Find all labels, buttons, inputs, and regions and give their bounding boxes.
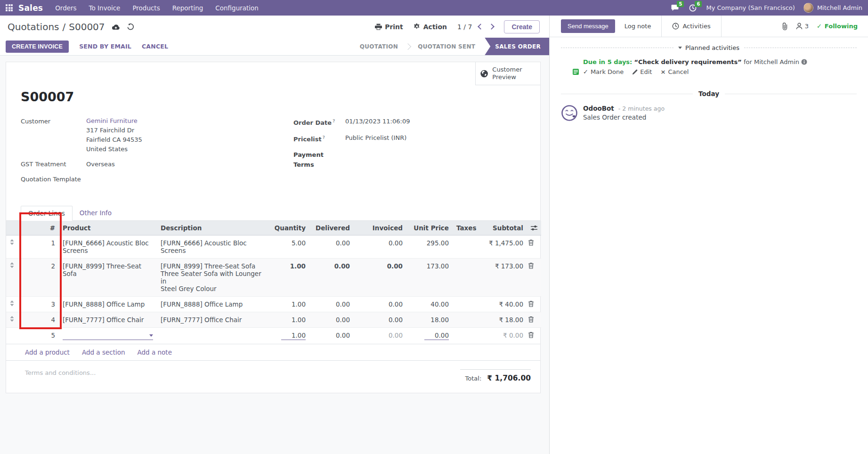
- app-name[interactable]: Sales: [18, 3, 43, 13]
- stage-sales-order[interactable]: SALES ORDER: [485, 38, 549, 55]
- send-by-email-button[interactable]: SEND BY EMAIL: [79, 43, 131, 50]
- new-line-description[interactable]: [157, 328, 266, 344]
- delete-line-icon[interactable]: [527, 235, 541, 259]
- attachments-button[interactable]: [781, 23, 788, 30]
- print-button[interactable]: Print: [375, 23, 403, 31]
- pager-previous-icon[interactable]: [478, 24, 484, 30]
- line-delivered[interactable]: 0.00: [309, 259, 354, 297]
- log-note-button[interactable]: Log note: [625, 23, 651, 30]
- stage-quotation-sent[interactable]: QUOTATION SENT: [411, 43, 482, 50]
- collapse-caret-icon: [678, 47, 682, 49]
- line-unit-price[interactable]: 173.00: [406, 259, 453, 297]
- delete-line-icon[interactable]: [527, 297, 541, 312]
- divider-line: [561, 48, 673, 48]
- menu-to-invoice[interactable]: To Invoice: [89, 4, 121, 12]
- delete-line-icon[interactable]: [527, 312, 541, 328]
- delete-line-icon[interactable]: [527, 259, 541, 297]
- tab-other-info[interactable]: Other Info: [73, 206, 119, 221]
- planned-activities-toggle[interactable]: Planned activities: [561, 44, 857, 51]
- new-line-taxes[interactable]: [453, 328, 474, 344]
- line-delivered[interactable]: 0.00: [309, 312, 354, 328]
- line-product[interactable]: [FURN_8888] Office Lamp: [59, 297, 157, 312]
- line-quantity[interactable]: 1.00: [266, 297, 309, 312]
- line-quantity[interactable]: 1.00: [266, 259, 309, 297]
- create-invoice-button[interactable]: CREATE INVOICE: [6, 41, 69, 53]
- line-taxes[interactable]: [453, 297, 474, 312]
- paperclip-icon: [781, 23, 788, 30]
- breadcrumb-quotations[interactable]: Quotations: [8, 21, 59, 32]
- line-description[interactable]: [FURN_7777] Office Chair: [157, 312, 266, 328]
- line-description[interactable]: [FURN_8999] Three-Seat Sofa Three Seater…: [157, 259, 266, 297]
- discard-undo-icon[interactable]: [127, 23, 134, 31]
- new-line-quantity-input[interactable]: 1.00: [266, 328, 309, 344]
- product-dropdown-icon[interactable]: [149, 334, 153, 337]
- drag-handle-icon[interactable]: [6, 259, 25, 297]
- handle-placeholder: [6, 328, 25, 344]
- customer-preview-button[interactable]: Customer Preview: [475, 62, 540, 85]
- schedule-activity-button[interactable]: Activities: [661, 16, 721, 37]
- line-quantity[interactable]: 5.00: [266, 235, 309, 259]
- menu-configuration[interactable]: Configuration: [215, 4, 259, 12]
- menu-products[interactable]: Products: [132, 4, 160, 12]
- line-unit-price[interactable]: 40.00: [406, 297, 453, 312]
- order-line-row: 4 [FURN_7777] Office Chair [FURN_7777] O…: [6, 312, 541, 328]
- send-message-button[interactable]: Send message: [561, 19, 615, 33]
- tab-order-lines[interactable]: Order Lines: [21, 206, 73, 221]
- customer-value[interactable]: Gemini Furniture: [86, 116, 142, 126]
- line-unit-price[interactable]: 295.00: [406, 235, 453, 259]
- line-product[interactable]: [FURN_7777] Office Chair: [59, 312, 157, 328]
- add-a-section-link[interactable]: Add a section: [82, 349, 125, 356]
- new-line-unit-price-input[interactable]: 0.00: [406, 328, 453, 344]
- company-switcher[interactable]: My Company (San Francisco): [706, 4, 795, 11]
- delete-line-icon[interactable]: [527, 328, 541, 344]
- messages-icon[interactable]: 5: [670, 4, 680, 12]
- line-delivered[interactable]: 0.00: [309, 297, 354, 312]
- order-date-value[interactable]: 01/13/2023 11:06:09: [345, 116, 410, 128]
- line-description[interactable]: [FURN_8888] Office Lamp: [157, 297, 266, 312]
- line-subtotal: ₹ 1,475.00: [474, 235, 527, 259]
- line-taxes[interactable]: [453, 312, 474, 328]
- activity-info-icon[interactable]: [801, 59, 807, 65]
- user-menu[interactable]: Mitchell Admin: [803, 3, 862, 13]
- add-a-product-link[interactable]: Add a product: [25, 349, 70, 356]
- line-quantity[interactable]: 1.00: [266, 312, 309, 328]
- terms-and-conditions-input[interactable]: Terms and conditions...: [25, 369, 96, 376]
- menu-orders[interactable]: Orders: [55, 4, 76, 12]
- following-button[interactable]: ✓ Following: [817, 23, 858, 30]
- odoobot-avatar: [561, 105, 578, 122]
- pager-next-icon[interactable]: [489, 24, 495, 30]
- apps-grid-icon[interactable]: [6, 4, 13, 11]
- line-delivered[interactable]: 0.00: [309, 235, 354, 259]
- planned-activities-label: Planned activities: [685, 44, 739, 51]
- followers-button[interactable]: 3: [796, 23, 809, 30]
- create-button[interactable]: Create: [504, 20, 540, 33]
- new-line-product-input[interactable]: [59, 328, 157, 344]
- activities-clock-icon[interactable]: 6: [688, 4, 698, 12]
- save-cloud-icon[interactable]: [112, 24, 120, 30]
- stage-quotation[interactable]: QUOTATION: [353, 43, 405, 50]
- edit-activity-button[interactable]: Edit: [632, 68, 652, 75]
- new-line-subtotal: ₹ 0.00: [474, 328, 527, 344]
- cancel-button[interactable]: CANCEL: [142, 43, 168, 50]
- message-author[interactable]: OdooBot: [583, 105, 614, 112]
- line-product[interactable]: [FURN_8999] Three-Seat Sofa: [59, 259, 157, 297]
- line-taxes[interactable]: [453, 235, 474, 259]
- menu-reporting[interactable]: Reporting: [172, 4, 203, 12]
- pricelist-value[interactable]: Public Pricelist (INR): [345, 133, 406, 144]
- drag-handle-icon[interactable]: [6, 312, 25, 328]
- activity-avatar: [561, 57, 578, 74]
- line-description[interactable]: [FURN_6666] Acoustic Bloc Screens: [157, 235, 266, 259]
- optional-columns-icon[interactable]: [527, 221, 541, 235]
- line-product[interactable]: [FURN_6666] Acoustic Bloc Screens: [59, 235, 157, 259]
- breadcrumb: Quotations / S00007: [8, 21, 105, 32]
- gst-treatment-value[interactable]: Overseas: [86, 159, 115, 169]
- add-a-note-link[interactable]: Add a note: [138, 349, 172, 356]
- order-line-row-new: 5 1.00 0.00 0.00 0.00 ₹ 0.00: [6, 328, 541, 344]
- line-unit-price[interactable]: 18.00: [406, 312, 453, 328]
- line-taxes[interactable]: [453, 259, 474, 297]
- action-button[interactable]: Action: [414, 23, 447, 31]
- mark-done-button[interactable]: ✓ Mark Done: [583, 68, 624, 75]
- drag-handle-icon[interactable]: [6, 297, 25, 312]
- drag-handle-icon[interactable]: [6, 235, 25, 259]
- cancel-activity-button[interactable]: × Cancel: [660, 68, 689, 75]
